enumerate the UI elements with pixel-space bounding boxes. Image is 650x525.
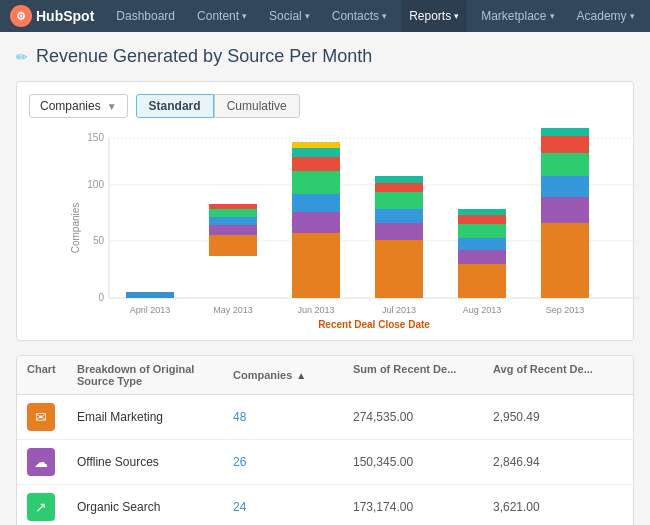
count-value[interactable]: 48	[233, 410, 353, 424]
x-label: April 2013	[130, 305, 171, 315]
nav-marketplace[interactable]: Marketplace ▾	[473, 0, 562, 32]
x-label: Jul 2013	[382, 305, 416, 315]
table-row: ✉ Email Marketing 48 274,535.00 2,950.49	[17, 395, 633, 440]
avg-value: 3,621.00	[493, 500, 623, 514]
bar-segment	[375, 176, 423, 183]
bar-segment	[209, 217, 257, 225]
col-avg: Avg of Recent De...	[493, 363, 623, 387]
table-header: Chart Breakdown of Original Source Type …	[17, 356, 633, 395]
navbar: ⚙ HubSpot Dashboard Content ▾ Social ▾ C…	[0, 0, 650, 32]
x-label: May 2013	[213, 305, 253, 315]
chart-controls: Companies ▼ Standard Cumulative	[29, 94, 621, 118]
cumulative-button[interactable]: Cumulative	[214, 94, 300, 118]
nav-academy[interactable]: Academy ▾	[569, 0, 643, 32]
offline-sources-icon: ☁	[27, 448, 55, 476]
x-axis-title: Recent Deal Close Date	[318, 319, 430, 330]
bar-segment	[541, 197, 589, 223]
bar-segment	[541, 176, 589, 197]
email-marketing-icon: ✉	[27, 403, 55, 431]
bar-segment	[292, 212, 340, 233]
bar-segment	[209, 225, 257, 235]
bar-segment	[375, 192, 423, 209]
count-value[interactable]: 26	[233, 455, 353, 469]
count-value[interactable]: 24	[233, 500, 353, 514]
bar-segment	[209, 209, 257, 217]
y-axis-label: Companies	[70, 203, 81, 254]
bar-segment	[375, 223, 423, 240]
svg-text:0: 0	[98, 292, 104, 303]
col-chart: Chart	[27, 363, 77, 387]
page-content: ✏ Revenue Generated by Source Per Month …	[0, 32, 650, 525]
bar-segment	[126, 292, 174, 298]
bar-segment	[209, 235, 257, 256]
svg-text:100: 100	[87, 179, 104, 190]
table-card: Chart Breakdown of Original Source Type …	[16, 355, 634, 525]
bar-segment	[541, 128, 589, 136]
standard-button[interactable]: Standard	[136, 94, 214, 118]
content-arrow: ▾	[242, 11, 247, 21]
page-title: ✏ Revenue Generated by Source Per Month	[16, 46, 634, 67]
bar-segment	[458, 250, 506, 264]
social-arrow: ▾	[305, 11, 310, 21]
nav-reports[interactable]: Reports ▾	[401, 0, 467, 32]
x-label: Aug 2013	[463, 305, 502, 315]
companies-dropdown[interactable]: Companies ▼	[29, 94, 128, 118]
bar-segment	[209, 204, 257, 209]
col-sum: Sum of Recent De...	[353, 363, 493, 387]
edit-icon[interactable]: ✏	[16, 49, 28, 65]
x-label: Sep 2013	[546, 305, 585, 315]
nav-dashboard[interactable]: Dashboard	[108, 0, 183, 32]
bar-segment	[458, 215, 506, 224]
bar-segment	[375, 240, 423, 298]
academy-arrow: ▾	[630, 11, 635, 21]
bar-segment	[292, 194, 340, 212]
sort-arrow-icon: ▲	[296, 370, 306, 381]
svg-text:150: 150	[87, 132, 104, 143]
logo-text: HubSpot	[36, 8, 94, 24]
marketplace-arrow: ▾	[550, 11, 555, 21]
view-toggle: Standard Cumulative	[136, 94, 300, 118]
chart-card: Companies ▼ Standard Cumulative Companie…	[16, 81, 634, 341]
avg-value: 2,846.94	[493, 455, 623, 469]
nav-social[interactable]: Social ▾	[261, 0, 318, 32]
logo: ⚙ HubSpot	[10, 5, 94, 27]
source-name: Offline Sources	[77, 455, 233, 469]
bar-segment	[541, 153, 589, 176]
sum-value: 274,535.00	[353, 410, 493, 424]
bar-segment	[292, 148, 340, 157]
col-companies[interactable]: Companies ▲	[233, 363, 353, 387]
hubspot-sprocket: ⚙	[10, 5, 32, 27]
bar-segment	[292, 171, 340, 194]
bar-segment	[458, 238, 506, 250]
source-name: Email Marketing	[77, 410, 233, 424]
dropdown-arrow-icon: ▼	[107, 101, 117, 112]
nav-content[interactable]: Content ▾	[189, 0, 255, 32]
x-label: Jun 2013	[297, 305, 334, 315]
bar-segment	[458, 209, 506, 215]
bar-segment	[292, 233, 340, 298]
bar-segment	[458, 224, 506, 238]
bar-segment	[292, 157, 340, 171]
nav-contacts[interactable]: Contacts ▾	[324, 0, 395, 32]
organic-search-icon: ↗	[27, 493, 55, 521]
bar-segment	[541, 223, 589, 298]
bar-segment	[541, 136, 589, 153]
sum-value: 173,174.00	[353, 500, 493, 514]
bar-chart-svg: Companies 0 50 100 150	[69, 128, 649, 333]
reports-arrow: ▾	[454, 11, 459, 21]
bar-segment	[375, 209, 423, 223]
col-source: Breakdown of Original Source Type	[77, 363, 233, 387]
source-name: Organic Search	[77, 500, 233, 514]
bar-segment	[458, 264, 506, 298]
sum-value: 150,345.00	[353, 455, 493, 469]
table-row: ↗ Organic Search 24 173,174.00 3,621.00	[17, 485, 633, 525]
table-row: ☁ Offline Sources 26 150,345.00 2,846.94	[17, 440, 633, 485]
avg-value: 2,950.49	[493, 410, 623, 424]
svg-text:50: 50	[93, 235, 105, 246]
bar-segment	[375, 183, 423, 192]
contacts-arrow: ▾	[382, 11, 387, 21]
bar-segment	[292, 142, 340, 148]
chart-area: Companies 0 50 100 150	[29, 128, 621, 328]
